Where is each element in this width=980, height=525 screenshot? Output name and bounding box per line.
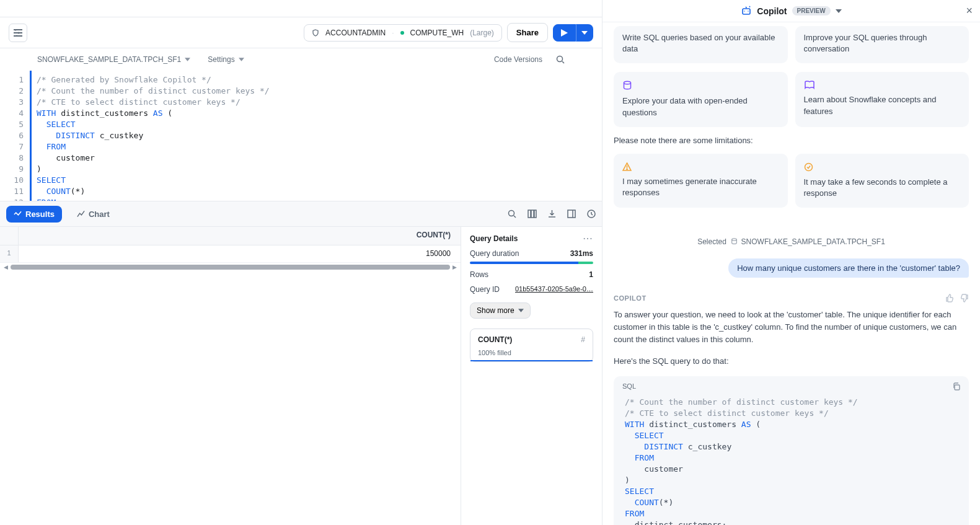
thumbs-down-icon[interactable] (960, 294, 969, 302)
results-icon (14, 210, 22, 218)
svg-line-7 (562, 61, 564, 63)
download-icon[interactable] (548, 210, 556, 218)
svg-point-4 (18, 32, 20, 33)
copilot-icon (741, 6, 752, 17)
run-dropdown-button[interactable] (576, 24, 593, 42)
copilot-answer-text: To answer your question, we need to look… (614, 309, 969, 346)
svg-rect-16 (743, 9, 750, 14)
sql-editor[interactable]: 12345678910111213 /* Generated by Snowfl… (0, 71, 602, 201)
more-icon[interactable]: ··· (583, 234, 593, 243)
tab-results[interactable]: Results (6, 206, 62, 223)
svg-rect-10 (528, 210, 531, 218)
context-pill[interactable]: ACCOUNTADMIN · COMPUTE_WH (Large) (304, 24, 502, 42)
chevron-down-icon (239, 58, 244, 61)
database-icon (731, 238, 738, 245)
svg-rect-13 (568, 210, 575, 218)
clock-icon[interactable] (587, 210, 596, 218)
close-button[interactable]: × (966, 4, 973, 17)
copilot-title: Copilot (757, 6, 787, 16)
warehouse-label: COMPUTE_WH (410, 29, 464, 37)
limitations-note: Please note there are some limitations: (614, 136, 969, 145)
user-message: How many unique customers are there in t… (728, 258, 969, 278)
database-crumb[interactable]: SNOWFLAKE_SAMPLE_DATA.TPCH_SF1 (37, 55, 190, 64)
settings-dropdown[interactable]: Settings (208, 55, 244, 64)
selected-context-chip: Selected SNOWFLAKE_SAMPLE_DATA.TPCH_SF1 (614, 237, 969, 246)
chart-icon (77, 210, 85, 218)
query-id-link[interactable]: 01b55437-0205-5a9e-0… (515, 285, 593, 294)
tab-chart[interactable]: Chart (69, 206, 117, 223)
clock-check-icon (804, 162, 813, 172)
panel-icon[interactable] (567, 210, 576, 218)
sidebar-toggle-button[interactable] (9, 24, 27, 42)
copy-icon[interactable] (952, 382, 960, 390)
chevron-down-icon (185, 58, 190, 61)
svg-rect-12 (534, 210, 536, 218)
warehouse-status-dot (400, 31, 404, 35)
code-versions-link[interactable]: Code Versions (494, 55, 542, 64)
shield-icon (312, 29, 319, 37)
search-icon[interactable] (508, 210, 516, 218)
role-label: ACCOUNTADMIN (325, 29, 386, 37)
duration-bar (470, 262, 593, 264)
warning-icon (622, 162, 632, 171)
database-icon (622, 81, 632, 90)
column-header[interactable]: COUNT(*) (19, 227, 461, 245)
chevron-down-icon (518, 309, 524, 312)
book-icon (804, 81, 815, 89)
svg-point-3 (15, 29, 17, 31)
svg-rect-11 (531, 210, 534, 218)
svg-rect-22 (955, 385, 960, 390)
svg-rect-2 (14, 35, 22, 37)
svg-point-20 (805, 163, 812, 170)
horizontal-scrollbar[interactable]: ◀▶ (0, 263, 461, 271)
svg-point-17 (624, 82, 631, 85)
svg-point-8 (509, 211, 514, 216)
copilot-sender-label: COPILOT (614, 294, 647, 302)
columns-icon[interactable] (528, 210, 537, 218)
show-more-button[interactable]: Show more (470, 302, 531, 319)
chevron-down-icon[interactable] (836, 9, 842, 13)
svg-point-19 (627, 169, 627, 169)
svg-point-5 (16, 35, 18, 37)
svg-point-21 (732, 239, 737, 240)
column-stats-card: COUNT(*) # 100% filled (470, 329, 593, 362)
svg-point-6 (557, 56, 563, 62)
thumbs-up-icon[interactable] (945, 294, 954, 302)
run-button[interactable] (553, 24, 576, 42)
sql-code-card: SQL /* Count the number of distinct cust… (614, 376, 969, 525)
svg-line-9 (514, 216, 516, 218)
warehouse-size: (Large) (470, 29, 494, 37)
preview-badge: PREVIEW (792, 6, 831, 15)
search-icon[interactable] (556, 55, 565, 64)
results-grid[interactable]: COUNT(*) 1150000 ◀▶ (0, 227, 461, 525)
share-button[interactable]: Share (507, 23, 548, 42)
query-details-title: Query Details (470, 234, 518, 243)
